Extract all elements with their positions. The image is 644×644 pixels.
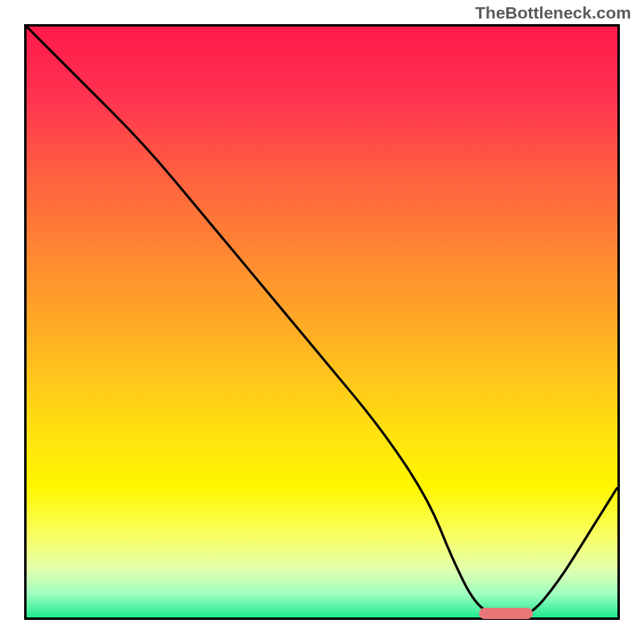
optimal-marker [479,608,533,619]
bottleneck-curve [27,27,617,617]
watermark-label: TheBottleneck.com [475,3,631,23]
chart-container [24,24,620,620]
